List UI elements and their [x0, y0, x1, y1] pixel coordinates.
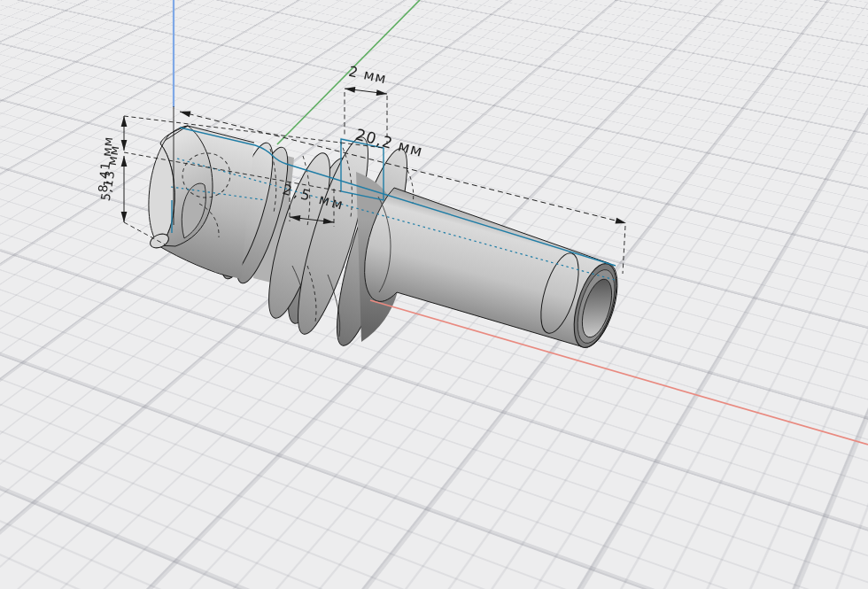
model-stepped-shaft[interactable]: [148, 126, 624, 353]
x-axis-line[interactable]: [370, 300, 868, 445]
dim-2mm-label[interactable]: 2 мм: [347, 63, 388, 88]
dim-2mm-line[interactable]: [345, 89, 387, 94]
scene-svg: 20,2 мм 2 мм 2,5 мм 5,13 мм 8,41 мм: [0, 0, 868, 589]
cad-viewport[interactable]: 20,2 мм 2 мм 2,5 мм 5,13 мм 8,41 мм: [0, 0, 868, 589]
dim-overall-ext-right: [623, 226, 625, 274]
